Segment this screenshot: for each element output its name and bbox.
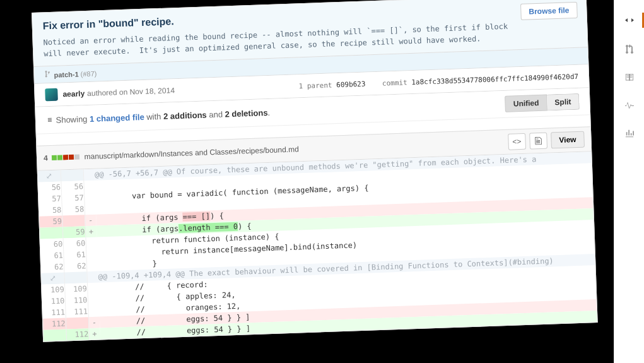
avatar [45,88,58,102]
file-icon-button[interactable] [529,133,547,150]
browse-file-button[interactable]: Browse file [520,2,578,20]
pull-request-icon[interactable] [614,42,644,57]
parent-label: 1 parent [298,81,332,90]
book-icon[interactable] [614,71,644,85]
expand-icon[interactable]: ⤢ [38,170,61,182]
sha-block: 1 parent 609b623 commit 1a8cfc338d553477… [298,72,578,90]
commit-view: Browse file Fix error in "bound" recipe.… [32,0,598,342]
showing-label: Showing [56,114,87,125]
changed-files-link[interactable]: 1 changed file [90,112,144,123]
source-icon-button[interactable]: <> [508,133,526,150]
diffstat-number: 4 [44,153,48,162]
code-icon[interactable] [614,13,644,28]
branch-name: patch-1 [54,70,79,78]
expand-icon[interactable]: ⤢ [41,272,64,284]
parent-sha[interactable]: 609b623 [336,80,366,89]
author-meta: authored on Nov 18, 2014 [87,86,175,98]
additions-count: 2 additions [163,110,207,121]
list-icon [46,115,54,122]
pr-reference: (#87) [80,69,97,78]
diff-table: ⤢ @@ -56,7 +56,7 @@ Of course, these are… [38,152,597,341]
split-button[interactable]: Split [547,93,580,111]
file-actions: <> View [508,131,585,150]
diffstat-blocks [52,154,79,160]
change-summary: Showing 1 changed file with 2 additions … [46,107,271,124]
graph-icon[interactable] [614,126,644,140]
diffstat: 4 [44,153,79,163]
right-sidebar [614,0,644,363]
view-button[interactable]: View [551,131,585,149]
file-path[interactable]: manuscript/markdown/Instances and Classe… [84,145,298,161]
unified-button[interactable]: Unified [505,95,547,112]
commit-sha: 1a8cfc338d5534778006ffc7ffc184990f4620d7 [411,72,578,86]
branch-icon [44,71,52,79]
commit-label: commit [382,78,407,87]
pulse-icon[interactable] [614,98,644,112]
diff-mode-toggle: Unified Split [505,93,580,112]
deletions-count: 2 deletions [225,108,267,119]
author-name[interactable]: aearly [62,89,85,98]
